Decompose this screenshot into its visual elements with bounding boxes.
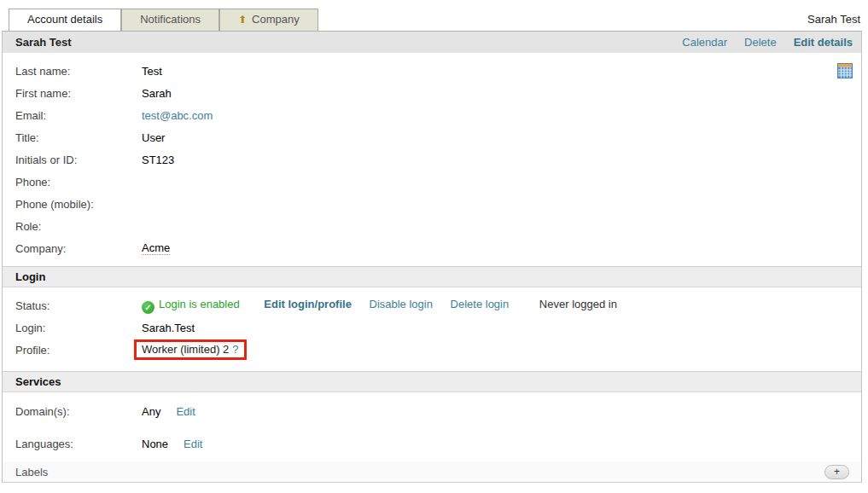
field-row-initials: Initials or ID: ST123 — [3, 148, 861, 171]
login-value: Sarah.Test — [142, 322, 195, 334]
field-label: Title: — [3, 131, 142, 144]
labels-title: Labels — [15, 466, 824, 478]
field-label: Domain(s): — [3, 405, 142, 418]
field-row-phone-mobile: Phone (mobile): — [3, 193, 861, 215]
field-label: Company: — [3, 242, 142, 255]
languages-row: Languages: None Edit — [3, 432, 861, 455]
account-panel: Sarah Test Calendar Delete Edit details … — [2, 31, 862, 464]
field-label: Phone: — [3, 176, 142, 188]
up-arrow-icon: ⬆ — [238, 14, 247, 26]
edit-domains-link[interactable]: Edit — [176, 405, 195, 418]
calendar-link[interactable]: Calendar — [682, 36, 727, 49]
field-label: Phone (mobile): — [3, 198, 142, 211]
languages-value: None — [142, 438, 168, 450]
services-section-header: Services — [3, 371, 861, 392]
login-section: Status: ✓Login is enabled Edit login/pro… — [3, 287, 861, 371]
login-section-header: Login — [3, 266, 861, 287]
edit-languages-link[interactable]: Edit — [184, 438, 202, 450]
field-value: Test — [142, 65, 162, 78]
account-details-page: Account details Notifications ⬆Company S… — [0, 0, 868, 493]
field-row-last-name: Last name: Test — [3, 60, 861, 82]
login-enabled-text: Login is enabled — [159, 298, 240, 310]
services-section: Domain(s): Any Edit Languages: None Edit — [3, 392, 861, 463]
field-value: ST123 — [142, 154, 174, 166]
account-fields-section: Last name: Test First name: Sarah Email:… — [3, 53, 861, 266]
disable-login-link[interactable]: Disable login — [370, 298, 433, 310]
email-link[interactable]: test@abc.com — [142, 109, 213, 122]
profile-row: Profile: Worker (limited) 2? — [3, 339, 861, 361]
delete-link[interactable]: Delete — [744, 36, 777, 49]
field-row-company: Company: Acme — [3, 237, 861, 259]
tab-notifications[interactable]: Notifications — [121, 9, 219, 31]
record-header-bar: Sarah Test Calendar Delete Edit details — [3, 31, 861, 53]
calendar-icon[interactable] — [837, 63, 853, 78]
field-row-title: Title: User — [3, 126, 861, 148]
field-label: Status: — [3, 299, 142, 312]
domains-value: Any — [142, 405, 160, 418]
tab-strip: Account details Notifications ⬆Company S… — [0, 0, 868, 31]
record-title: Sarah Test — [15, 36, 682, 49]
field-value: Sarah — [142, 87, 172, 100]
field-row-email: Email: test@abc.com — [3, 104, 861, 126]
field-row-first-name: First name: Sarah — [3, 82, 861, 104]
edit-details-link[interactable]: Edit details — [794, 36, 853, 49]
tabs: Account details Notifications ⬆Company — [9, 9, 318, 31]
field-label: Login: — [3, 322, 142, 334]
company-tooltip-link[interactable]: Acme — [142, 241, 170, 255]
field-label: Initials or ID: — [3, 154, 142, 166]
check-circle-icon: ✓ — [142, 301, 154, 314]
login-row: Login: Sarah.Test — [3, 316, 861, 339]
delete-login-link[interactable]: Delete login — [451, 298, 510, 310]
field-label: Email: — [3, 109, 142, 122]
never-logged-in-text: Never logged in — [539, 298, 617, 310]
tab-account-details[interactable]: Account details — [9, 9, 121, 31]
profile-value: Worker (limited) 2 — [142, 343, 229, 356]
field-label: Profile: — [3, 344, 142, 357]
add-label-button[interactable]: + — [824, 465, 849, 479]
logged-in-user-name: Sarah Test — [807, 13, 860, 26]
status-items: ✓Login is enabled Edit login/profile Dis… — [142, 298, 617, 314]
field-row-phone: Phone: — [3, 171, 861, 193]
status-row: Status: ✓Login is enabled Edit login/pro… — [3, 294, 861, 316]
field-row-role: Role: — [3, 215, 861, 237]
profile-help-link[interactable]: ? — [232, 343, 238, 356]
field-label: First name: — [3, 87, 142, 100]
annotation-red-box: Worker (limited) 2? — [134, 339, 247, 360]
record-actions: Calendar Delete Edit details — [682, 36, 853, 49]
labels-bar: Labels + — [2, 461, 862, 483]
tab-company[interactable]: ⬆Company — [219, 9, 318, 31]
edit-login-profile-link[interactable]: Edit login/profile — [264, 298, 352, 310]
field-label: Languages: — [3, 438, 142, 450]
tab-company-label: Company — [252, 13, 300, 26]
domains-row: Domain(s): Any Edit — [3, 400, 861, 422]
field-value: User — [142, 131, 165, 144]
field-label: Role: — [3, 220, 142, 233]
field-label: Last name: — [3, 65, 142, 78]
